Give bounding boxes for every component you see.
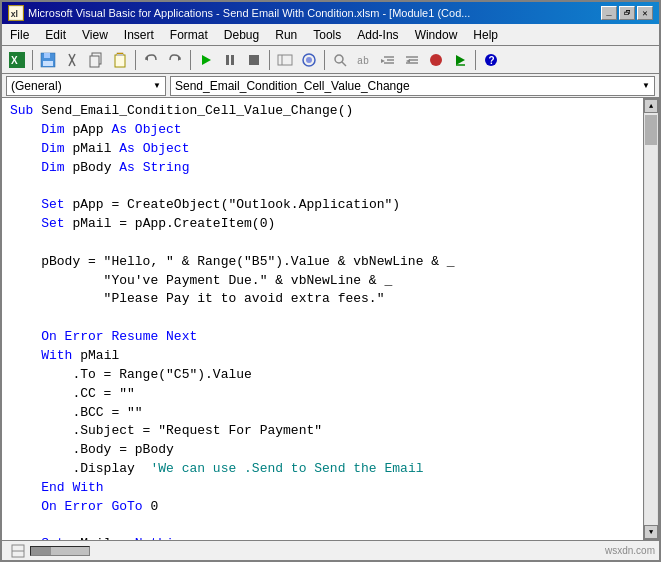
status-bar: wsxdn.com — [2, 540, 659, 560]
procedure-dropdown-arrow: ▼ — [642, 81, 650, 90]
title-bar-left: xl Microsoft Visual Basic for Applicatio… — [8, 5, 470, 21]
window-title: Microsoft Visual Basic for Applications … — [28, 7, 470, 19]
svg-marker-36 — [456, 55, 465, 65]
indent-btn[interactable] — [377, 49, 399, 71]
svg-line-25 — [342, 62, 346, 66]
break-button[interactable] — [219, 49, 241, 71]
svg-rect-6 — [43, 61, 53, 66]
app-icon: xl — [8, 5, 24, 21]
minimize-button[interactable]: _ — [601, 6, 617, 20]
svg-point-23 — [306, 57, 312, 63]
svg-rect-19 — [249, 55, 259, 65]
toolbar-excel-icon[interactable]: X — [6, 49, 28, 71]
title-bar: xl Microsoft Visual Basic for Applicatio… — [2, 2, 659, 24]
svg-marker-16 — [202, 55, 211, 65]
menu-edit[interactable]: Edit — [37, 26, 74, 44]
procedure-dropdown[interactable]: Send_Email_Condition_Cell_Value_Change ▼ — [170, 76, 655, 96]
menu-help[interactable]: Help — [465, 26, 506, 44]
replace-btn[interactable]: ab — [353, 49, 375, 71]
cut-button[interactable] — [61, 49, 83, 71]
window-controls[interactable]: _ 🗗 ✕ — [601, 6, 653, 20]
toggle-btn[interactable] — [274, 49, 296, 71]
horizontal-scrollbar-track[interactable] — [30, 546, 90, 556]
vertical-scrollbar[interactable]: ▲ ▼ — [643, 98, 659, 540]
svg-text:?: ? — [489, 55, 495, 66]
menu-debug[interactable]: Debug — [216, 26, 267, 44]
menu-run[interactable]: Run — [267, 26, 305, 44]
dropdowns-bar: (General) ▼ Send_Email_Condition_Cell_Va… — [2, 74, 659, 98]
copy-button[interactable] — [85, 49, 107, 71]
main-window: xl Microsoft Visual Basic for Applicatio… — [0, 0, 661, 562]
object-browser-btn[interactable] — [298, 49, 320, 71]
scope-dropdown-label: (General) — [11, 79, 62, 93]
toolbar-sep-4 — [269, 50, 270, 70]
menu-tools[interactable]: Tools — [305, 26, 349, 44]
menu-addins[interactable]: Add-Ins — [349, 26, 406, 44]
breakpoint-btn[interactable] — [425, 49, 447, 71]
svg-text:ab: ab — [357, 56, 369, 67]
toolbar-sep-2 — [135, 50, 136, 70]
undo-button[interactable] — [140, 49, 162, 71]
svg-point-24 — [335, 55, 343, 63]
svg-rect-13 — [117, 54, 123, 56]
scroll-down-button[interactable]: ▼ — [644, 525, 658, 539]
menu-format[interactable]: Format — [162, 26, 216, 44]
svg-rect-18 — [231, 55, 234, 65]
svg-rect-5 — [44, 53, 50, 58]
menu-insert[interactable]: Insert — [116, 26, 162, 44]
stepinto-btn[interactable] — [449, 49, 471, 71]
toolbar: X — [2, 46, 659, 74]
scroll-track — [645, 113, 657, 525]
scroll-thumb[interactable] — [645, 115, 657, 145]
redo-button[interactable] — [164, 49, 186, 71]
menu-file[interactable]: File — [2, 26, 37, 44]
toolbar-sep-1 — [32, 50, 33, 70]
menu-bar: File Edit View Insert Format Debug Run T… — [2, 24, 659, 46]
toolbar-sep-3 — [190, 50, 191, 70]
find-btn[interactable] — [329, 49, 351, 71]
svg-point-35 — [430, 54, 442, 66]
reset-button[interactable] — [243, 49, 265, 71]
save-button[interactable] — [37, 49, 59, 71]
status-icon — [6, 544, 30, 558]
menu-window[interactable]: Window — [407, 26, 466, 44]
paste-button[interactable] — [109, 49, 131, 71]
svg-rect-17 — [226, 55, 229, 65]
svg-rect-12 — [115, 55, 125, 67]
help-btn[interactable]: ? — [480, 49, 502, 71]
toolbar-sep-6 — [475, 50, 476, 70]
outdent-btn[interactable] — [401, 49, 423, 71]
svg-rect-20 — [278, 55, 292, 65]
toolbar-sep-5 — [324, 50, 325, 70]
code-text: Sub Send_Email_Condition_Cell_Value_Chan… — [10, 102, 635, 536]
menu-view[interactable]: View — [74, 26, 116, 44]
restore-button[interactable]: 🗗 — [619, 6, 635, 20]
run-button[interactable] — [195, 49, 217, 71]
scope-dropdown-arrow: ▼ — [153, 81, 161, 90]
scope-dropdown[interactable]: (General) ▼ — [6, 76, 166, 96]
scroll-up-button[interactable]: ▲ — [644, 99, 658, 113]
svg-rect-10 — [90, 56, 99, 67]
code-panel: Sub Send_Email_Condition_Cell_Value_Chan… — [2, 98, 659, 540]
horizontal-scrollbar-thumb[interactable] — [31, 547, 51, 555]
watermark: wsxdn.com — [605, 545, 655, 556]
svg-text:xl: xl — [11, 9, 18, 19]
close-button[interactable]: ✕ — [637, 6, 653, 20]
procedure-dropdown-label: Send_Email_Condition_Cell_Value_Change — [175, 79, 410, 93]
svg-text:X: X — [11, 55, 18, 66]
code-editor[interactable]: Sub Send_Email_Condition_Cell_Value_Chan… — [2, 98, 643, 540]
